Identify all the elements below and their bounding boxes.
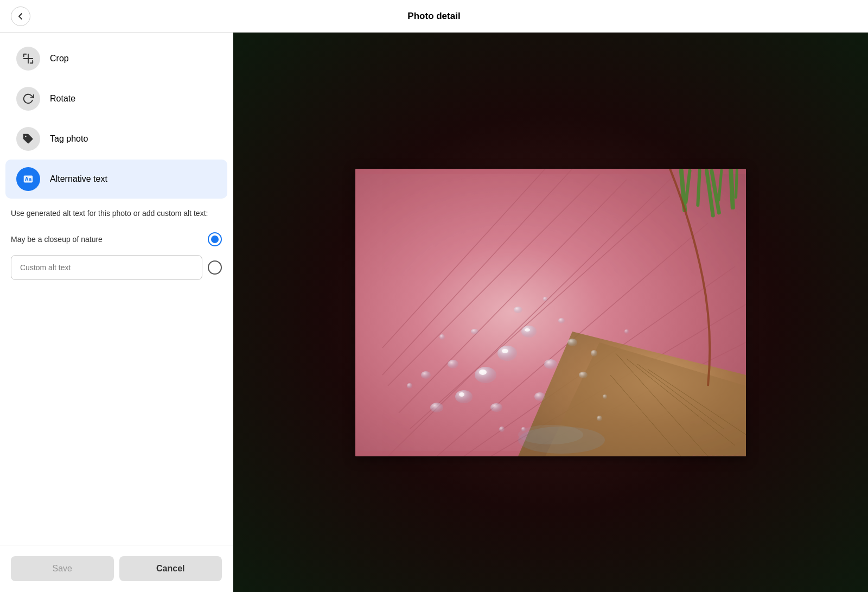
- svg-point-38: [525, 328, 530, 332]
- left-panel: Crop Rotate: [0, 33, 233, 592]
- generated-radio-btn[interactable]: [208, 232, 222, 246]
- svg-point-35: [497, 346, 517, 361]
- crop-icon: [16, 47, 40, 71]
- svg-point-58: [603, 394, 607, 399]
- svg-point-41: [544, 359, 557, 369]
- photo-panel: [233, 33, 868, 592]
- alt-text-description: Use generated alt text for this photo or…: [11, 208, 222, 219]
- svg-point-51: [421, 371, 431, 379]
- tag-icon: [16, 127, 40, 151]
- main-layout: Crop Rotate: [0, 33, 868, 592]
- sidebar-item-rotate[interactable]: Rotate: [5, 79, 227, 118]
- svg-point-53: [558, 318, 565, 323]
- svg-point-54: [439, 334, 445, 340]
- page-header: Photo detail: [0, 0, 868, 33]
- save-button[interactable]: Save: [11, 556, 114, 581]
- generated-alt-option[interactable]: May be a closeup of nature: [11, 228, 222, 251]
- alt-text-label: Alternative text: [50, 174, 107, 184]
- svg-point-48: [490, 403, 502, 412]
- svg-point-46: [430, 403, 443, 412]
- custom-alt-input[interactable]: [11, 255, 202, 280]
- sidebar-item-tag[interactable]: Tag photo: [5, 119, 227, 158]
- svg-point-39: [475, 367, 496, 383]
- svg-point-59: [499, 427, 505, 432]
- bottom-buttons: Save Cancel: [0, 545, 233, 592]
- page-title: Photo detail: [407, 11, 460, 22]
- photo-frame: [355, 169, 746, 456]
- custom-alt-row: [11, 255, 222, 280]
- cancel-button[interactable]: Cancel: [119, 556, 222, 581]
- rotate-icon: [16, 87, 40, 111]
- svg-point-40: [479, 370, 487, 375]
- svg-point-43: [459, 392, 464, 397]
- svg-point-42: [455, 390, 473, 403]
- leaf-photo: [355, 169, 746, 456]
- svg-point-37: [521, 326, 537, 338]
- svg-point-50: [579, 372, 588, 378]
- alt-text-section: Use generated alt text for this photo or…: [0, 200, 233, 289]
- svg-point-36: [502, 349, 508, 353]
- alt-text-icon: Aa: [16, 167, 40, 191]
- generated-alt-label: May be a closeup of nature: [11, 235, 103, 244]
- svg-point-61: [597, 416, 602, 421]
- svg-point-55: [543, 297, 547, 301]
- menu-list: Crop Rotate: [0, 33, 233, 545]
- svg-point-47: [567, 339, 577, 346]
- tag-label: Tag photo: [50, 134, 88, 144]
- svg-text:Aa: Aa: [25, 176, 32, 182]
- svg-point-49: [534, 392, 545, 401]
- svg-point-57: [407, 383, 412, 389]
- svg-point-56: [591, 350, 597, 357]
- svg-point-45: [514, 307, 522, 313]
- sidebar-item-alt-text[interactable]: Aa Alternative text: [5, 160, 227, 199]
- rotate-label: Rotate: [50, 94, 75, 104]
- svg-point-62: [624, 329, 629, 334]
- back-button[interactable]: [11, 7, 30, 26]
- svg-point-44: [448, 360, 458, 368]
- sidebar-item-crop[interactable]: Crop: [5, 39, 227, 78]
- svg-rect-18: [355, 169, 746, 174]
- custom-radio-btn[interactable]: [208, 260, 222, 275]
- svg-point-52: [471, 329, 478, 334]
- svg-point-64: [518, 425, 583, 444]
- crop-label: Crop: [50, 54, 69, 63]
